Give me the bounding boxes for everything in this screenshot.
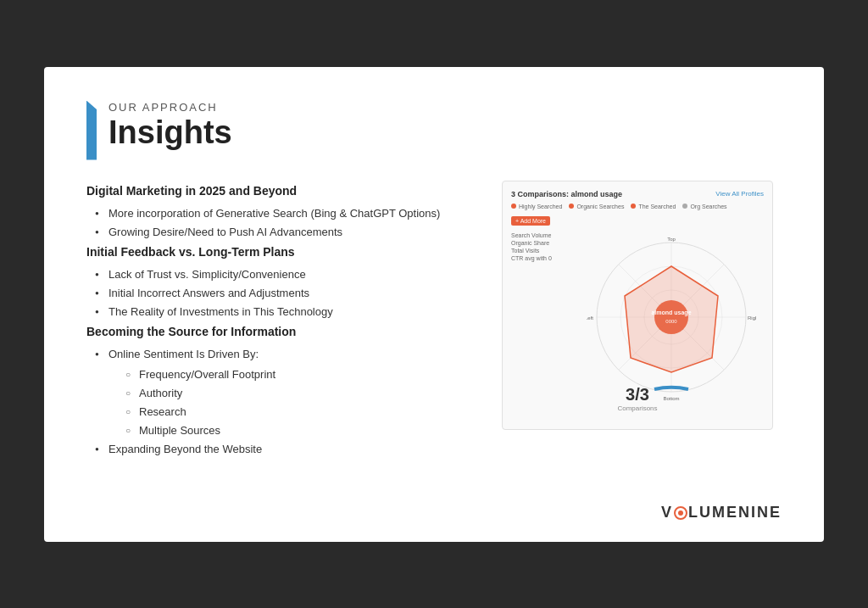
chart-info-item: CTR avg with 0 [511, 255, 570, 261]
chart-widget: 3 Comparisons: almond usage View All Pro… [502, 181, 773, 430]
blue-accent-bar [86, 101, 97, 160]
chart-link[interactable]: View All Profiles [715, 190, 764, 198]
slide-container: OUR APPROACH Insights Digital Marketing … [44, 67, 824, 542]
svg-point-8 [654, 300, 688, 334]
chart-left-info: Search Volume Organic Share Total Visits… [511, 232, 570, 263]
legend-dot [682, 204, 687, 209]
svg-text:Top: Top [667, 237, 676, 242]
legend-dot [569, 204, 574, 209]
comparison-label: Comparisons [511, 404, 764, 412]
chart-info-item: Organic Share [511, 240, 570, 246]
list-item: Frequency/Overall Footprint [125, 365, 476, 384]
legend-item-1: Highly Searched [511, 204, 562, 209]
legend-item-2: Organic Searches [569, 204, 624, 209]
svg-text:0000: 0000 [665, 319, 677, 324]
add-more-button[interactable]: + Add More [511, 216, 550, 226]
list-item: More incorporation of Generative Search … [95, 204, 476, 223]
header-text: OUR APPROACH Insights [108, 101, 232, 151]
bullet-list-feedback: Lack of Trust vs. Simplicity/Convenience… [86, 265, 476, 321]
legend-item-3: The Searched [631, 204, 676, 209]
bullet-list-source: Online Sentiment Is Driven By: Frequency… [86, 345, 476, 460]
right-content: 3 Comparisons: almond usage View All Pro… [493, 181, 782, 508]
list-item: Initial Incorrect Answers and Adjustment… [95, 284, 476, 303]
list-item: Multiple Sources [125, 421, 476, 440]
header-section: OUR APPROACH Insights [86, 101, 782, 160]
left-content: Digital Marketing in 2025 and Beyond Mor… [86, 181, 476, 508]
legend-label: Organic Searches [576, 204, 624, 209]
svg-text:Left: Left [587, 315, 593, 321]
section-feedback: Initial Feedback vs. Long-Term Plans Lac… [86, 245, 476, 321]
list-item-authority: Authority [125, 384, 476, 403]
sub-bullet-list: Frequency/Overall Footprint Authority Re… [108, 365, 476, 440]
chart-circle-area: almond usage 0000 Top Right Bottom Left [579, 232, 764, 402]
legend-dot [631, 204, 636, 209]
legend-label: Highly Searched [519, 204, 562, 209]
circular-chart: almond usage 0000 Top Right Bottom Left [587, 232, 756, 402]
svg-text:almond usage: almond usage [651, 310, 691, 316]
list-item: The Reality of Investments in This Techn… [95, 303, 476, 321]
logo-special-o [674, 506, 687, 520]
chart-info-item: Search Volume [511, 232, 570, 238]
svg-text:Bottom: Bottom [663, 396, 679, 401]
chart-body: Search Volume Organic Share Total Visits… [511, 232, 764, 402]
section-source: Becoming the Source for Information Onli… [86, 325, 476, 460]
section-title-feedback: Initial Feedback vs. Long-Term Plans [86, 245, 476, 259]
legend-item-4: Org Searches [682, 204, 726, 209]
header-subtitle: OUR APPROACH [108, 101, 232, 114]
bullet-list-digital: More incorporation of Generative Search … [86, 204, 476, 242]
logo-area: VLUMENINE [661, 504, 782, 522]
list-item-online-sentiment: Online Sentiment Is Driven By: Frequency… [95, 345, 476, 440]
legend-label: Org Searches [690, 204, 726, 209]
list-item: Lack of Trust vs. Simplicity/Convenience [95, 265, 476, 284]
chart-legend: Highly Searched Organic Searches The Sea… [511, 204, 764, 226]
list-item: Research [125, 403, 476, 421]
section-digital: Digital Marketing in 2025 and Beyond Mor… [86, 184, 476, 242]
radar-chart-svg: almond usage 0000 Top Right Bottom Left [587, 232, 756, 402]
legend-label: The Searched [638, 204, 676, 209]
chart-title: 3 Comparisons: almond usage [511, 190, 622, 198]
svg-text:Right: Right [748, 315, 756, 321]
list-item: Growing Desire/Need to Push AI Advanceme… [95, 223, 476, 242]
chart-header: 3 Comparisons: almond usage View All Pro… [511, 190, 764, 198]
chart-info-item: Total Visits [511, 248, 570, 254]
legend-dot [511, 204, 516, 209]
content-area: Digital Marketing in 2025 and Beyond Mor… [86, 181, 782, 508]
list-item: Expanding Beyond the Website [95, 440, 476, 459]
header-title: Insights [108, 115, 232, 151]
section-title-source: Becoming the Source for Information [86, 325, 476, 338]
logo-text: VLUMENINE [661, 504, 782, 522]
section-title-digital: Digital Marketing in 2025 and Beyond [86, 184, 476, 198]
